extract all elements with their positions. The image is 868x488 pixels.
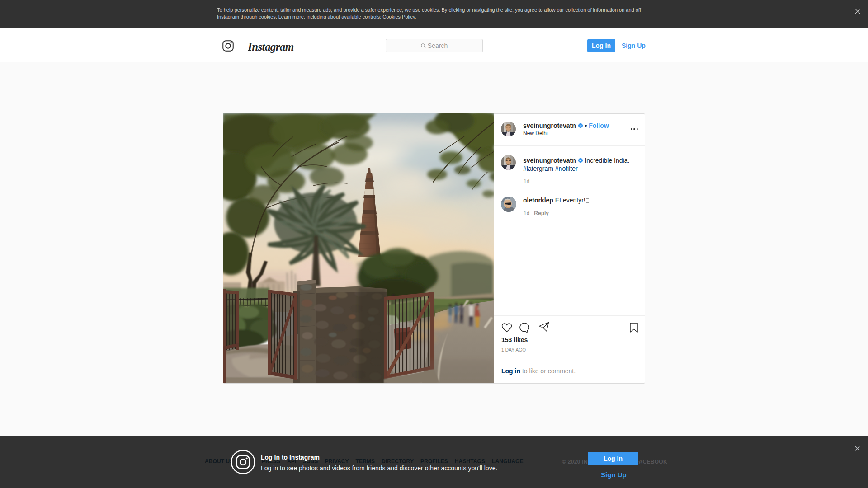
svg-text:Instagram: Instagram <box>248 41 294 53</box>
